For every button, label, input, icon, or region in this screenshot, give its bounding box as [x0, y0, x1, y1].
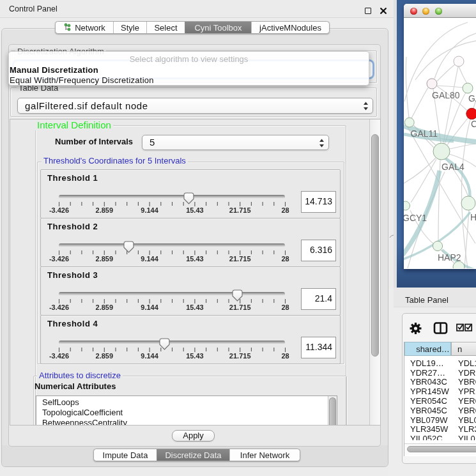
svg-text:GCY1: GCY1 [404, 213, 427, 223]
svg-text:GAL80: GAL80 [432, 90, 460, 100]
svg-text:GAL11: GAL11 [411, 128, 438, 139]
svg-text:GAL4: GAL4 [441, 162, 464, 172]
svg-text:H: H [470, 212, 476, 222]
svg-text:C: C [471, 119, 476, 129]
svg-text:HAP2: HAP2 [438, 252, 461, 263]
svg-text:GA: GA [468, 93, 476, 104]
